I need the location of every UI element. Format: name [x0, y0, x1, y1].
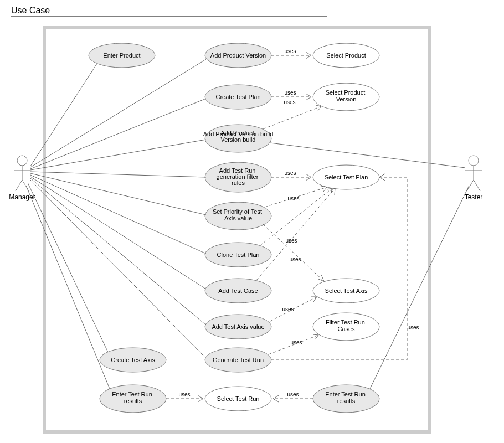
svg-text:uses: uses [284, 170, 296, 176]
svg-text:Add Test Axis value: Add Test Axis value [212, 323, 264, 330]
svg-text:uses: uses [287, 392, 299, 398]
svg-line-56 [30, 175, 206, 254]
svg-line-53 [30, 140, 206, 170]
svg-line-9 [467, 180, 474, 191]
svg-line-61 [26, 186, 110, 389]
assoc-manager-create-test-plan [30, 99, 206, 169]
svg-text:Clone Test Plan: Clone Test Plan [217, 251, 260, 258]
assoc-manager-create-test-axis [28, 183, 108, 352]
svg-line-58 [30, 178, 206, 325]
assoc-tester-enter-test-run-results [370, 186, 469, 389]
dep-add-product-version-uses-select-product: uses [271, 48, 311, 59]
svg-text:uses: uses [282, 306, 294, 312]
dep-add-pvb-uses-select-product-version: uses [263, 99, 321, 129]
svg-text:uses: uses [178, 392, 190, 398]
svg-line-51 [30, 59, 206, 167]
usecase-select-product: Select Product [313, 43, 379, 68]
svg-text:uses: uses [289, 256, 301, 262]
usecase-select-test-axis: Select Test Axis [313, 279, 379, 303]
usecase-add-test-axis-value: Add Test Axis value [205, 315, 271, 339]
svg-text:Generate Test Run: Generate Test Run [213, 357, 264, 363]
svg-text:uses: uses [407, 324, 419, 331]
svg-text:Tester: Tester [465, 193, 483, 201]
usecase-enter-test-run-results-left: Enter Test Run results [100, 385, 166, 413]
svg-text:Select Product: Select Product [326, 52, 366, 59]
svg-point-6 [469, 156, 479, 166]
svg-text:uses: uses [290, 339, 302, 346]
assoc-manager-enter-product [30, 64, 97, 166]
svg-line-63 [370, 186, 469, 389]
assoc-manager-clone-test-plan [30, 175, 206, 254]
dep-set-priority-uses-select-test-axis [263, 224, 324, 281]
svg-text:uses: uses [284, 48, 296, 54]
svg-text:Create Test Plan: Create Test Plan [215, 94, 260, 100]
dep-add-test-axis-value-uses-select-test-axis: uses [270, 297, 317, 321]
usecase-create-test-plan: Create Test Plan [205, 85, 271, 109]
usecase-select-test-run: Select Test Run [205, 387, 271, 411]
svg-line-60 [28, 183, 108, 352]
assoc-manager-add-test-run-filter-rules [30, 172, 206, 177]
svg-text:Manager: Manager [9, 193, 35, 201]
svg-line-62 [270, 143, 465, 168]
svg-text:Select Test Plan: Select Test Plan [325, 174, 368, 181]
svg-line-54 [30, 172, 206, 177]
usecase-enter-product: Enter Product [89, 43, 155, 68]
assoc-manager-set-priority [30, 173, 206, 215]
assoc-manager-generate-test-run [30, 180, 206, 358]
svg-text:Add Product Version: Add Product Version [210, 52, 266, 59]
svg-text:Create Test Axis: Create Test Axis [111, 357, 155, 363]
usecase-select-test-plan: Select Test Plan [313, 165, 379, 189]
svg-line-68 [263, 106, 321, 129]
svg-line-52 [30, 99, 206, 169]
usecase-filter-test-run-cases: Filter Test Run Cases [313, 313, 379, 341]
assoc-manager-add-product-version-build [30, 140, 206, 170]
svg-text:Enter Product: Enter Product [103, 52, 140, 59]
svg-line-57 [30, 177, 206, 289]
assoc-manager-enter-test-run-results [26, 186, 110, 389]
svg-text:uses: uses [285, 238, 297, 244]
usecase-add-test-run-gen-filter-rules: Add Test Run generation filter rules [205, 162, 271, 192]
svg-line-78 [263, 224, 324, 281]
usecase-set-priority-test-axis-value: Set Priority of Test Axis value [205, 202, 271, 230]
usecase-enter-test-run-results-right: Enter Test Run results [313, 385, 379, 413]
svg-line-3 [16, 180, 22, 191]
assoc-manager-add-test-axis-value [30, 178, 206, 325]
usecase-create-test-axis: Create Test Axis [100, 348, 166, 372]
usecase-generate-test-run: Generate Test Run [205, 348, 271, 372]
dep-add-test-case-uses-select-test-plan: uses [256, 188, 335, 280]
diagram-title: Use Case [11, 6, 50, 15]
svg-text:Select Test Axis: Select Test Axis [325, 287, 368, 294]
svg-line-59 [30, 180, 206, 358]
svg-text:Add Test Case: Add Test Case [218, 287, 258, 294]
svg-text:uses: uses [284, 90, 296, 96]
actor-tester: Tester [465, 156, 483, 201]
usecase-add-test-case: Add Test Case [205, 279, 271, 303]
actor-manager: Manager [9, 156, 35, 201]
dep-set-priority-uses-select-test-plan: uses [265, 186, 327, 207]
svg-line-76 [256, 188, 335, 280]
usecase-add-product-version-build-label: Add Product Version build [220, 130, 256, 143]
dep-generate-uses-filter-cases: uses [269, 334, 318, 354]
dep-filter-rules-uses-select-test-plan: uses [271, 170, 311, 181]
dep-enter-results-right-uses-select-test-run: uses [273, 392, 313, 402]
svg-text:uses: uses [284, 99, 295, 105]
assoc-manager-add-test-case [30, 177, 206, 289]
svg-line-50 [30, 64, 97, 166]
dep-enter-results-left-uses-select-test-run: uses [166, 392, 203, 402]
svg-text:uses: uses [287, 195, 299, 202]
usecase-add-product-version: Add Product Version [205, 43, 271, 68]
assoc-manager-add-product-version [30, 59, 206, 167]
usecase-clone-test-plan: Clone Test Plan [205, 243, 271, 267]
assoc-tester-add-product-version-build [270, 143, 465, 168]
svg-line-55 [30, 173, 206, 215]
usecase-select-product-version: Select Product Version [313, 83, 379, 111]
svg-line-10 [474, 180, 480, 191]
svg-point-0 [17, 156, 27, 166]
svg-text:Select Test Run: Select Test Run [217, 395, 260, 402]
